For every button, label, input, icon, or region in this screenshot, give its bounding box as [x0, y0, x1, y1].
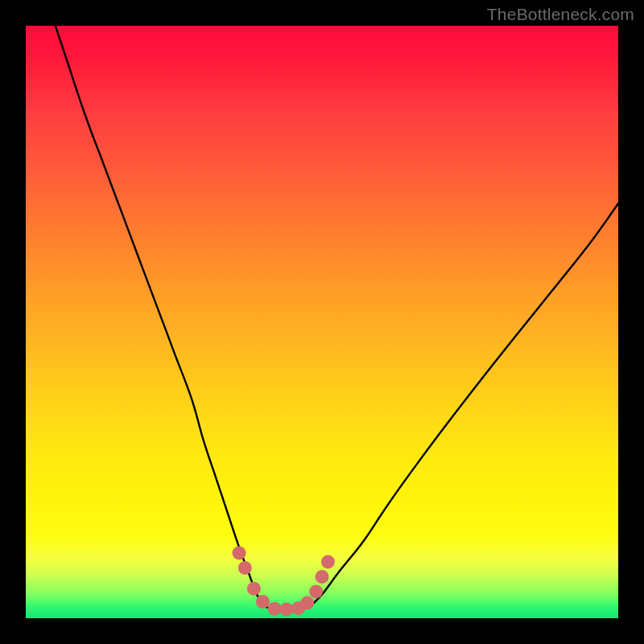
chart-frame: TheBottleneck.com: [0, 0, 644, 644]
highlight-dot: [279, 603, 293, 617]
plot-area: [26, 26, 618, 618]
highlight-dot: [268, 602, 282, 616]
highlight-dot: [316, 570, 329, 584]
bottleneck-curve: [56, 26, 618, 611]
highlight-dot: [233, 547, 246, 560]
curve-layer: [26, 26, 618, 618]
highlight-dot: [321, 555, 335, 569]
highlight-dot: [247, 582, 261, 596]
watermark-text: TheBottleneck.com: [487, 5, 634, 24]
highlight-dot: [256, 595, 270, 609]
highlight-dot: [238, 561, 252, 575]
highlight-dot: [300, 596, 314, 609]
highlight-dots: [233, 547, 335, 617]
highlight-dot: [309, 584, 323, 598]
